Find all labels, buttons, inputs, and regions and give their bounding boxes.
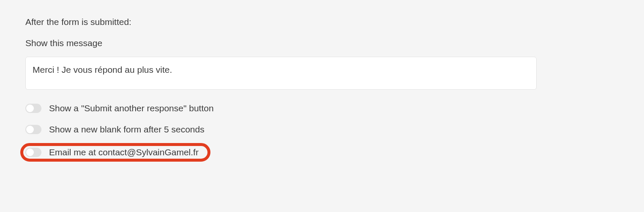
toggle-knob: [26, 126, 34, 133]
toggle-row-blank-form: Show a new blank form after 5 seconds: [25, 124, 619, 135]
toggle-email-me[interactable]: [25, 148, 41, 157]
section-title: After the form is submitted:: [25, 17, 619, 27]
toggle-submit-another[interactable]: [25, 104, 41, 113]
toggle-row-submit-another: Show a "Submit another response" button: [25, 103, 619, 113]
toggle-knob: [26, 105, 34, 112]
message-field-label: Show this message: [25, 38, 619, 48]
toggle-row-email-me: Email me at contact@SylvainGamel.fr: [25, 147, 199, 157]
highlighted-option-email-me: Email me at contact@SylvainGamel.fr: [20, 143, 210, 162]
toggle-label-blank-form: Show a new blank form after 5 seconds: [49, 124, 205, 135]
toggle-label-email-me: Email me at contact@SylvainGamel.fr: [49, 147, 199, 157]
toggle-knob: [26, 149, 34, 156]
toggle-label-submit-another: Show a "Submit another response" button: [49, 103, 214, 113]
toggle-blank-form[interactable]: [25, 125, 41, 134]
message-input[interactable]: [25, 57, 537, 90]
